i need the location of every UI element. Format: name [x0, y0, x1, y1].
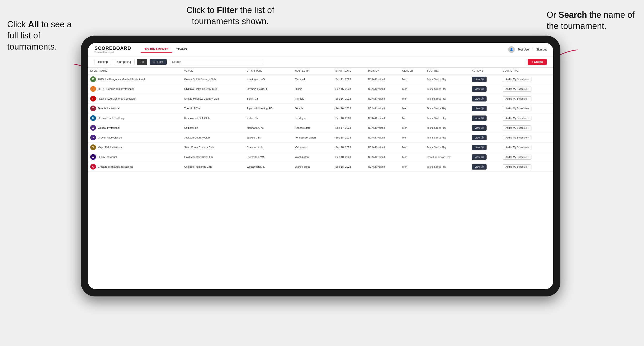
cell-venue-0: Guyan Golf & Country Club	[182, 74, 244, 84]
view-icon-9: ⓘ	[481, 165, 484, 169]
cell-venue-7: Sand Creek Country Club	[182, 143, 244, 152]
cell-event-name-9: C Chicago Highlands Invitational	[88, 162, 182, 172]
table-container: EVENT NAME VENUE CITY, STATE HOSTED BY S…	[88, 68, 553, 289]
cell-division-2: NCAA Division I	[366, 94, 400, 104]
cell-hosted-3: Temple	[292, 104, 333, 113]
tab-competing[interactable]: Competing	[114, 59, 135, 65]
team-logo-6: V	[90, 135, 96, 140]
cell-division-9: NCAA Division I	[366, 162, 400, 172]
cell-event-name-4: U Upstate Dual Challenge	[88, 113, 182, 123]
view-button-2[interactable]: View ⓘ	[472, 96, 487, 102]
cell-competing-4: Add to My Schedule +	[500, 113, 553, 123]
tablet-screen: SCOREBOARD Powered by clippd TOURNAMENTS…	[88, 43, 553, 289]
col-competing: COMPETING	[500, 68, 553, 74]
view-icon-2: ⓘ	[481, 97, 484, 101]
cell-date-5: Sep 17, 2023	[333, 123, 366, 133]
cell-city-6: Jackson, TN	[244, 133, 292, 143]
cell-hosted-2: Fairfield	[292, 94, 333, 104]
cell-venue-4: Ravenwood Golf Club	[182, 113, 244, 123]
event-name-text-9: Chicago Highlands Invitational	[98, 165, 133, 168]
add-schedule-button-3[interactable]: Add to My Schedule +	[503, 106, 532, 111]
table-row: W Wildcat Invitational Colbert Hills Man…	[88, 123, 553, 133]
event-name-text-5: Wildcat Invitational	[98, 126, 120, 129]
view-button-7[interactable]: View ⓘ	[472, 145, 487, 150]
add-schedule-button-8[interactable]: Add to My Schedule +	[503, 155, 532, 160]
cell-division-4: NCAA Division I	[366, 113, 400, 123]
add-schedule-button-5[interactable]: Add to My Schedule +	[503, 126, 532, 130]
cell-date-8: Sep 18, 2023	[333, 152, 366, 162]
cell-hosted-7: Valparaiso	[292, 143, 333, 152]
cell-division-5: NCAA Division I	[366, 123, 400, 133]
cell-division-0: NCAA Division I	[366, 74, 400, 84]
view-button-5[interactable]: View ⓘ	[472, 125, 487, 131]
event-name-text-1: OFCC Fighting Illini Invitational	[98, 88, 134, 90]
add-schedule-button-9[interactable]: Add to My Schedule +	[503, 164, 532, 169]
table-row: W Husky Individual Gold Mountain Golf Cl…	[88, 152, 553, 162]
cell-date-7: Sep 18, 2023	[333, 143, 366, 152]
col-actions: ACTIONS	[470, 68, 500, 74]
team-logo-2: F	[90, 96, 96, 102]
search-input[interactable]	[169, 59, 264, 65]
event-name-text-6: Grover Page Classic	[98, 136, 122, 139]
add-schedule-button-1[interactable]: Add to My Schedule +	[503, 87, 532, 92]
cell-venue-9: Chicago Highlands Club	[182, 162, 244, 172]
cell-hosted-8: Washington	[292, 152, 333, 162]
cell-actions-6: View ⓘ	[470, 133, 500, 143]
tab-hosting[interactable]: Hosting	[94, 59, 111, 65]
header-right: 👤 Test User | Sign out	[508, 46, 547, 53]
view-button-8[interactable]: View ⓘ	[472, 154, 487, 160]
filter-label: Filter	[157, 60, 163, 64]
sign-out-link[interactable]: Sign out	[536, 48, 547, 51]
table-row: C Chicago Highlands Invitational Chicago…	[88, 162, 553, 172]
view-button-0[interactable]: View ⓘ	[472, 77, 487, 82]
view-icon-6: ⓘ	[481, 136, 484, 140]
team-logo-1: I	[90, 86, 96, 92]
cell-date-3: Sep 16, 2023	[333, 104, 366, 113]
add-schedule-button-2[interactable]: Add to My Schedule +	[503, 96, 532, 101]
create-button[interactable]: + Create	[528, 59, 547, 65]
cell-scoring-2: Team, Stroke Play	[424, 94, 470, 104]
cell-city-8: Bremerton, WA	[244, 152, 292, 162]
view-button-4[interactable]: View ⓘ	[472, 116, 487, 121]
add-schedule-button-7[interactable]: Add to My Schedule +	[503, 145, 532, 150]
table-row: I OFCC Fighting Illini Invitational Olym…	[88, 84, 553, 94]
cell-actions-0: View ⓘ	[470, 74, 500, 84]
add-schedule-button-6[interactable]: Add to My Schedule +	[503, 135, 532, 140]
cell-date-6: Sep 18, 2023	[333, 133, 366, 143]
cell-date-4: Sep 16, 2023	[333, 113, 366, 123]
tab-all[interactable]: All	[137, 59, 147, 65]
cell-city-2: Berlin, CT	[244, 94, 292, 104]
view-button-1[interactable]: View ⓘ	[472, 86, 487, 92]
table-row: M 2023 Joe Feaganes Marshall Invitationa…	[88, 74, 553, 84]
nav-tab-teams[interactable]: TEAMS	[172, 46, 191, 53]
view-button-9[interactable]: View ⓘ	[472, 164, 487, 170]
filter-icon: ☰	[153, 60, 156, 64]
add-schedule-button-0[interactable]: Add to My Schedule +	[503, 77, 532, 82]
table-row: F Ryan T. Lee Memorial Collegiate Shuttl…	[88, 94, 553, 104]
separator: |	[533, 48, 533, 51]
add-schedule-button-4[interactable]: Add to My Schedule +	[503, 116, 532, 121]
team-logo-9: C	[90, 164, 96, 170]
filter-button[interactable]: ☰ Filter	[150, 59, 167, 65]
cell-scoring-0: Team, Stroke Play	[424, 74, 470, 84]
cell-scoring-4: Team, Stroke Play	[424, 113, 470, 123]
team-logo-7: V	[90, 145, 96, 150]
cell-city-4: Victor, NY	[244, 113, 292, 123]
annotation-topleft: Click All to see a full list of tourname…	[7, 19, 83, 52]
view-button-3[interactable]: View ⓘ	[472, 106, 487, 111]
cell-city-1: Olympia Fields, IL	[244, 84, 292, 94]
table-row: V Valpo Fall Invitational Sand Creek Cou…	[88, 143, 553, 152]
col-venue: VENUE	[182, 68, 244, 74]
cell-competing-8: Add to My Schedule +	[500, 152, 553, 162]
nav-tab-tournaments[interactable]: TOURNAMENTS	[140, 46, 172, 53]
cell-venue-5: Colbert Hills	[182, 123, 244, 133]
team-logo-8: W	[90, 154, 96, 160]
cell-actions-1: View ⓘ	[470, 84, 500, 94]
cell-actions-4: View ⓘ	[470, 113, 500, 123]
view-button-6[interactable]: View ⓘ	[472, 135, 487, 140]
table-header-row: EVENT NAME VENUE CITY, STATE HOSTED BY S…	[88, 68, 553, 74]
cell-gender-1: Men	[400, 84, 424, 94]
cell-competing-7: Add to My Schedule +	[500, 143, 553, 152]
event-name-text-0: 2023 Joe Feaganes Marshall Invitational	[98, 78, 145, 81]
cell-scoring-7: Team, Stroke Play	[424, 143, 470, 152]
